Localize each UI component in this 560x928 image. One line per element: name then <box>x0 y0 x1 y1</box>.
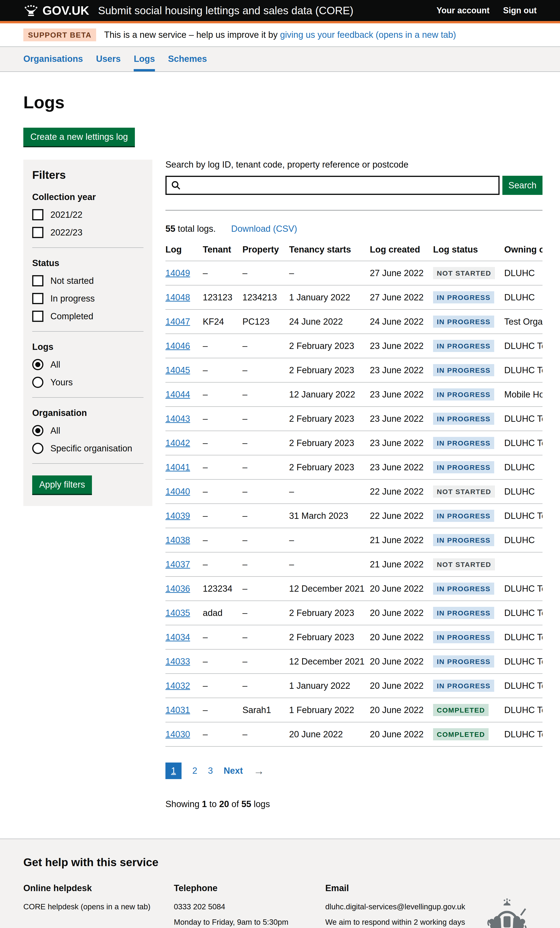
pagination-page-link-3[interactable]: 3 <box>208 766 213 776</box>
property-cell: – <box>243 722 289 746</box>
owning-organisation-cell: DLUHC Test Organisation <box>504 674 543 698</box>
pagination-page-link-2[interactable]: 2 <box>192 766 197 776</box>
log-link-14043[interactable]: 14043 <box>165 414 190 424</box>
telephone-heading: Telephone <box>174 883 325 893</box>
sign-out-link[interactable]: Sign out <box>503 6 537 15</box>
log-link-14038[interactable]: 14038 <box>165 535 190 545</box>
search-button[interactable]: Search <box>502 176 543 195</box>
table-row-14046: 14046––2 February 202323 June 2022IN PRO… <box>165 334 543 358</box>
log-id-cell: 14030 <box>165 722 203 746</box>
tenant-cell: – <box>203 261 243 285</box>
log-link-14045[interactable]: 14045 <box>165 365 190 375</box>
checkbox-completed[interactable] <box>32 311 43 322</box>
pagination-next-link[interactable]: Next <box>224 766 243 776</box>
service-name-link[interactable]: Submit social housing lettings and sales… <box>98 4 353 17</box>
search-input[interactable] <box>184 180 494 191</box>
log-link-14031[interactable]: 14031 <box>165 705 190 715</box>
radio-all[interactable] <box>32 359 43 370</box>
owning-organisation-cell: DLUHC Test Organisation <box>504 358 543 382</box>
footer-heading: Get help with this service <box>23 856 537 869</box>
log-status-cell: IN PROGRESS <box>433 431 504 455</box>
log-link-14042[interactable]: 14042 <box>165 438 190 448</box>
log-link-14049[interactable]: 14049 <box>165 268 190 278</box>
pagination-current-page[interactable]: 1 <box>165 763 182 779</box>
tenant-cell: – <box>203 455 243 479</box>
log-link-14037[interactable]: 14037 <box>165 559 190 569</box>
status-tag: IN PROGRESS <box>433 413 494 425</box>
property-cell: – <box>243 552 289 577</box>
filter-option-label: In progress <box>50 294 95 304</box>
tenancy-starts-cell: 20 June 2022 <box>289 722 370 746</box>
checkbox-in-progress[interactable] <box>32 293 43 304</box>
checkbox-2021-22[interactable] <box>32 209 43 220</box>
table-row-14049: 14049–––27 June 2022NOT STARTEDDLUHC <box>165 261 543 285</box>
log-link-14040[interactable]: 14040 <box>165 487 190 496</box>
owning-organisation-cell: DLUHC Test Organisation <box>504 698 543 722</box>
log-link-14033[interactable]: 14033 <box>165 656 190 666</box>
your-account-link[interactable]: Your account <box>436 6 490 15</box>
nav-link-organisations[interactable]: Organisations <box>23 47 83 72</box>
tenant-cell: adad <box>203 601 243 625</box>
create-lettings-log-button[interactable]: Create a new lettings log <box>23 128 135 146</box>
email-link[interactable]: dluhc.digital-services@levellingup.gov.u… <box>325 901 465 912</box>
log-link-14039[interactable]: 14039 <box>165 511 190 521</box>
filter-group-status: StatusNot startedIn progressCompleted <box>32 258 143 322</box>
radio-all[interactable] <box>32 425 43 436</box>
status-tag: IN PROGRESS <box>433 655 494 667</box>
tenant-cell: – <box>203 407 243 431</box>
owning-organisation-cell: DLUHC Test Organisation <box>504 722 543 746</box>
log-id-cell: 14046 <box>165 334 203 358</box>
log-created-cell: 23 June 2022 <box>370 407 433 431</box>
owning-organisation-cell: DLUHC Test Organisation <box>504 649 543 674</box>
log-link-14030[interactable]: 14030 <box>165 730 190 739</box>
radio-yours[interactable] <box>32 377 43 388</box>
log-status-cell: IN PROGRESS <box>433 528 504 552</box>
download-csv-link[interactable]: Download (CSV) <box>231 224 297 234</box>
nav-link-schemes[interactable]: Schemes <box>168 47 207 72</box>
status-tag: IN PROGRESS <box>433 316 494 328</box>
log-link-14032[interactable]: 14032 <box>165 681 190 691</box>
radio-specific-organisation[interactable] <box>32 443 43 454</box>
pagination-pages: 23 <box>192 766 213 776</box>
log-link-14047[interactable]: 14047 <box>165 317 190 327</box>
log-link-14041[interactable]: 14041 <box>165 462 190 472</box>
filter-option-specific-organisation: Specific organisation <box>32 443 143 454</box>
tenancy-starts-cell: 24 June 2022 <box>289 310 370 334</box>
header-account-nav: Your account Sign out <box>436 6 537 15</box>
checkbox-2022-23[interactable] <box>32 227 43 238</box>
helpdesk-heading: Online helpdesk <box>23 883 174 893</box>
govuk-logo[interactable]: GOV.UK <box>23 3 89 17</box>
log-link-14035[interactable]: 14035 <box>165 608 190 618</box>
log-created-cell: 20 June 2022 <box>370 674 433 698</box>
property-cell: Sarah1 <box>243 698 289 722</box>
tenant-cell: – <box>203 625 243 649</box>
status-tag: NOT STARTED <box>433 267 495 279</box>
filters-panel: Filters Collection year2021/222022/23Sta… <box>23 160 153 506</box>
feedback-link[interactable]: giving us your feedback (opens in a new … <box>280 30 456 40</box>
nav-item-logs: Logs <box>134 47 155 72</box>
status-tag: IN PROGRESS <box>433 461 494 473</box>
core-helpdesk-link[interactable]: CORE helpdesk (opens in a new tab) <box>23 901 151 912</box>
log-id-cell: 14039 <box>165 504 203 528</box>
log-id-cell: 14033 <box>165 649 203 674</box>
phase-banner-text: This is a new service – help us improve … <box>104 30 456 40</box>
log-link-14034[interactable]: 14034 <box>165 632 190 642</box>
log-status-cell: IN PROGRESS <box>433 601 504 625</box>
apply-filters-button[interactable]: Apply filters <box>32 475 92 494</box>
log-link-14046[interactable]: 14046 <box>165 341 190 351</box>
log-link-14048[interactable]: 14048 <box>165 293 190 302</box>
phase-banner: SUPPORT BETA This is a new service – hel… <box>0 23 560 47</box>
log-id-cell: 14037 <box>165 552 203 577</box>
tenant-cell: – <box>203 722 243 746</box>
table-row-14037: 14037–––21 June 2022NOT STARTED <box>165 552 543 577</box>
tenancy-starts-cell: – <box>289 479 370 504</box>
nav-link-users[interactable]: Users <box>96 47 121 72</box>
filter-option-label: Specific organisation <box>50 443 132 453</box>
tenant-cell: – <box>203 358 243 382</box>
log-link-14036[interactable]: 14036 <box>165 584 190 594</box>
log-link-14044[interactable]: 14044 <box>165 389 190 399</box>
nav-link-logs[interactable]: Logs <box>134 47 155 72</box>
log-created-cell: 27 June 2022 <box>370 261 433 285</box>
showing-post: logs <box>251 799 270 809</box>
checkbox-not-started[interactable] <box>32 275 43 286</box>
